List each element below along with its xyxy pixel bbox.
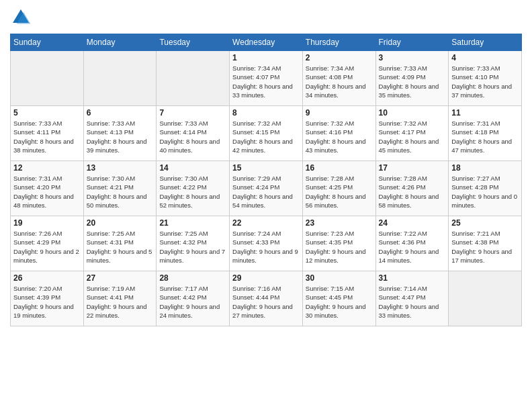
cell-day-number: 17 xyxy=(379,163,446,173)
cell-daylight-info: Sunrise: 7:24 AM Sunset: 4:33 PM Dayligh… xyxy=(232,229,300,265)
calendar-cell: 22Sunrise: 7:24 AM Sunset: 4:33 PM Dayli… xyxy=(230,216,303,271)
cell-daylight-info: Sunrise: 7:25 AM Sunset: 4:31 PM Dayligh… xyxy=(87,229,154,265)
calendar-cell: 10Sunrise: 7:32 AM Sunset: 4:17 PM Dayli… xyxy=(375,106,449,161)
cell-day-number: 25 xyxy=(451,218,519,228)
cell-day-number: 3 xyxy=(379,53,446,62)
cell-day-number: 30 xyxy=(306,273,373,283)
cell-day-number: 5 xyxy=(13,108,81,118)
calendar-cell: 25Sunrise: 7:21 AM Sunset: 4:38 PM Dayli… xyxy=(449,216,522,271)
cell-day-number: 18 xyxy=(451,163,519,173)
cell-daylight-info: Sunrise: 7:31 AM Sunset: 4:20 PM Dayligh… xyxy=(13,174,81,210)
calendar-week-4: 19Sunrise: 7:26 AM Sunset: 4:29 PM Dayli… xyxy=(11,216,522,271)
calendar-cell: 16Sunrise: 7:28 AM Sunset: 4:25 PM Dayli… xyxy=(302,161,375,216)
cell-day-number: 6 xyxy=(87,108,154,118)
cell-daylight-info: Sunrise: 7:33 AM Sunset: 4:13 PM Dayligh… xyxy=(87,119,154,154)
cell-day-number: 31 xyxy=(379,273,446,283)
weekday-header-friday: Friday xyxy=(375,34,449,51)
page: SundayMondayTuesdayWednesdayThursdayFrid… xyxy=(0,0,532,411)
calendar-cell xyxy=(83,51,157,106)
calendar-cell: 8Sunrise: 7:32 AM Sunset: 4:15 PM Daylig… xyxy=(230,106,303,161)
cell-day-number: 20 xyxy=(87,218,154,228)
calendar-cell: 15Sunrise: 7:29 AM Sunset: 4:24 PM Dayli… xyxy=(230,161,303,216)
weekday-header-thursday: Thursday xyxy=(302,34,375,51)
calendar-cell: 11Sunrise: 7:31 AM Sunset: 4:18 PM Dayli… xyxy=(449,106,522,161)
cell-day-number: 9 xyxy=(306,108,373,118)
calendar-cell: 17Sunrise: 7:28 AM Sunset: 4:26 PM Dayli… xyxy=(375,161,449,216)
calendar-cell: 20Sunrise: 7:25 AM Sunset: 4:31 PM Dayli… xyxy=(83,216,157,271)
calendar-cell: 30Sunrise: 7:15 AM Sunset: 4:45 PM Dayli… xyxy=(302,271,375,326)
cell-day-number: 23 xyxy=(306,218,373,228)
cell-daylight-info: Sunrise: 7:32 AM Sunset: 4:17 PM Dayligh… xyxy=(379,119,446,154)
cell-day-number: 26 xyxy=(13,273,81,283)
cell-day-number: 27 xyxy=(87,273,154,283)
cell-daylight-info: Sunrise: 7:19 AM Sunset: 4:41 PM Dayligh… xyxy=(87,284,154,320)
weekday-header-saturday: Saturday xyxy=(449,34,522,51)
calendar-cell: 28Sunrise: 7:17 AM Sunset: 4:42 PM Dayli… xyxy=(157,271,230,326)
cell-daylight-info: Sunrise: 7:33 AM Sunset: 4:09 PM Dayligh… xyxy=(379,64,446,99)
cell-daylight-info: Sunrise: 7:33 AM Sunset: 4:14 PM Dayligh… xyxy=(159,119,226,154)
cell-day-number: 22 xyxy=(232,218,300,228)
calendar-cell: 24Sunrise: 7:22 AM Sunset: 4:36 PM Dayli… xyxy=(375,216,449,271)
cell-day-number: 13 xyxy=(87,163,154,173)
logo xyxy=(10,7,34,28)
cell-day-number: 24 xyxy=(379,218,446,228)
weekday-header-sunday: Sunday xyxy=(11,34,84,51)
cell-day-number: 1 xyxy=(232,53,300,62)
cell-daylight-info: Sunrise: 7:32 AM Sunset: 4:15 PM Dayligh… xyxy=(232,119,300,154)
cell-daylight-info: Sunrise: 7:16 AM Sunset: 4:44 PM Dayligh… xyxy=(232,284,300,320)
calendar-cell: 6Sunrise: 7:33 AM Sunset: 4:13 PM Daylig… xyxy=(83,106,157,161)
calendar-cell: 9Sunrise: 7:32 AM Sunset: 4:16 PM Daylig… xyxy=(302,106,375,161)
calendar-cell: 1Sunrise: 7:34 AM Sunset: 4:07 PM Daylig… xyxy=(230,51,303,106)
cell-daylight-info: Sunrise: 7:20 AM Sunset: 4:39 PM Dayligh… xyxy=(13,284,81,320)
calendar-week-2: 5Sunrise: 7:33 AM Sunset: 4:11 PM Daylig… xyxy=(11,106,522,161)
calendar-cell: 19Sunrise: 7:26 AM Sunset: 4:29 PM Dayli… xyxy=(11,216,84,271)
cell-daylight-info: Sunrise: 7:23 AM Sunset: 4:35 PM Dayligh… xyxy=(306,229,373,265)
cell-day-number: 7 xyxy=(159,108,226,118)
cell-day-number: 16 xyxy=(306,163,373,173)
cell-day-number: 28 xyxy=(159,273,226,283)
weekday-header-row: SundayMondayTuesdayWednesdayThursdayFrid… xyxy=(11,34,522,51)
cell-day-number: 14 xyxy=(159,163,226,173)
calendar-week-1: 1Sunrise: 7:34 AM Sunset: 4:07 PM Daylig… xyxy=(11,51,522,106)
calendar-cell xyxy=(157,51,230,106)
cell-day-number: 2 xyxy=(306,53,373,62)
cell-daylight-info: Sunrise: 7:33 AM Sunset: 4:10 PM Dayligh… xyxy=(451,64,519,99)
cell-day-number: 12 xyxy=(13,163,81,173)
weekday-header-wednesday: Wednesday xyxy=(230,34,303,51)
cell-day-number: 21 xyxy=(159,218,226,228)
cell-daylight-info: Sunrise: 7:30 AM Sunset: 4:21 PM Dayligh… xyxy=(87,174,154,210)
calendar-cell: 4Sunrise: 7:33 AM Sunset: 4:10 PM Daylig… xyxy=(449,51,522,106)
cell-day-number: 8 xyxy=(232,108,300,118)
calendar-cell: 26Sunrise: 7:20 AM Sunset: 4:39 PM Dayli… xyxy=(11,271,84,326)
cell-day-number: 11 xyxy=(451,108,519,118)
cell-daylight-info: Sunrise: 7:29 AM Sunset: 4:24 PM Dayligh… xyxy=(232,174,300,210)
cell-day-number: 19 xyxy=(13,218,81,228)
cell-day-number: 4 xyxy=(451,53,519,62)
cell-daylight-info: Sunrise: 7:27 AM Sunset: 4:28 PM Dayligh… xyxy=(451,174,519,210)
cell-daylight-info: Sunrise: 7:34 AM Sunset: 4:07 PM Dayligh… xyxy=(232,64,300,99)
cell-day-number: 10 xyxy=(379,108,446,118)
calendar-week-3: 12Sunrise: 7:31 AM Sunset: 4:20 PM Dayli… xyxy=(11,161,522,216)
cell-daylight-info: Sunrise: 7:33 AM Sunset: 4:11 PM Dayligh… xyxy=(13,119,81,154)
calendar-cell: 18Sunrise: 7:27 AM Sunset: 4:28 PM Dayli… xyxy=(449,161,522,216)
cell-daylight-info: Sunrise: 7:14 AM Sunset: 4:47 PM Dayligh… xyxy=(379,284,446,320)
calendar-cell: 12Sunrise: 7:31 AM Sunset: 4:20 PM Dayli… xyxy=(11,161,84,216)
weekday-header-tuesday: Tuesday xyxy=(157,34,230,51)
weekday-header-monday: Monday xyxy=(83,34,157,51)
calendar-cell: 21Sunrise: 7:25 AM Sunset: 4:32 PM Dayli… xyxy=(157,216,230,271)
calendar-cell: 7Sunrise: 7:33 AM Sunset: 4:14 PM Daylig… xyxy=(157,106,230,161)
logo-icon xyxy=(10,7,32,28)
calendar-cell: 3Sunrise: 7:33 AM Sunset: 4:09 PM Daylig… xyxy=(375,51,449,106)
calendar-cell xyxy=(11,51,84,106)
calendar-cell: 2Sunrise: 7:34 AM Sunset: 4:08 PM Daylig… xyxy=(302,51,375,106)
cell-daylight-info: Sunrise: 7:22 AM Sunset: 4:36 PM Dayligh… xyxy=(379,229,446,265)
cell-daylight-info: Sunrise: 7:21 AM Sunset: 4:38 PM Dayligh… xyxy=(451,229,519,265)
cell-daylight-info: Sunrise: 7:32 AM Sunset: 4:16 PM Dayligh… xyxy=(306,119,373,154)
calendar-cell: 14Sunrise: 7:30 AM Sunset: 4:22 PM Dayli… xyxy=(157,161,230,216)
calendar-cell: 27Sunrise: 7:19 AM Sunset: 4:41 PM Dayli… xyxy=(83,271,157,326)
calendar-table: SundayMondayTuesdayWednesdayThursdayFrid… xyxy=(10,34,522,326)
calendar-cell: 23Sunrise: 7:23 AM Sunset: 4:35 PM Dayli… xyxy=(302,216,375,271)
cell-day-number: 15 xyxy=(232,163,300,173)
calendar-cell: 5Sunrise: 7:33 AM Sunset: 4:11 PM Daylig… xyxy=(11,106,84,161)
cell-daylight-info: Sunrise: 7:25 AM Sunset: 4:32 PM Dayligh… xyxy=(159,229,226,265)
